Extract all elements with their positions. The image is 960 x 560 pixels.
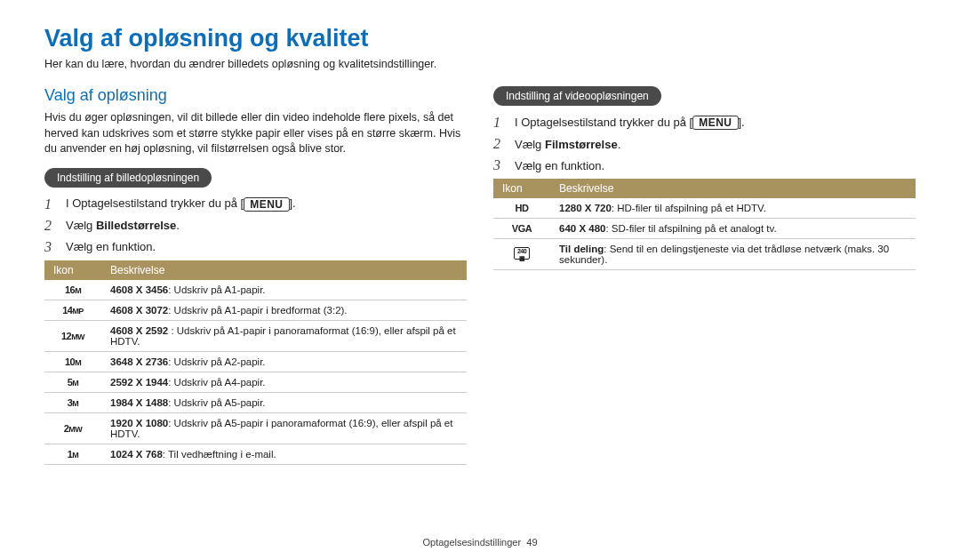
left-step-2: 2 Vælg Billedstørrelse. xyxy=(44,218,467,234)
step-number: 1 xyxy=(493,115,506,131)
res-icon: 10M xyxy=(44,351,101,372)
step-pre: I Optagelsestilstand trykker du på [ xyxy=(515,116,692,129)
photo-resolution-table: Ikon Beskrivelse 16M4608 X 3456: Udskriv… xyxy=(44,260,467,465)
left-step-1: 1 I Optagelsestilstand trykker du på [ME… xyxy=(44,196,467,212)
res-icon: 1M xyxy=(44,444,101,464)
step-number: 3 xyxy=(493,157,506,173)
left-column: Valg af opløsning Hvis du øger opløsning… xyxy=(44,86,467,465)
res-icon: HD xyxy=(493,198,550,219)
res-desc: 1280 X 720: HD-filer til afspilning på e… xyxy=(550,198,916,219)
share-icon: 240▦ xyxy=(514,247,530,260)
res-icon: 3M xyxy=(44,392,101,412)
step-pre: I Optagelsestilstand trykker du på [ xyxy=(66,196,244,210)
left-section-body: Hvis du øger opløsningen, vil dit billed… xyxy=(44,110,467,157)
step-pre: Vælg xyxy=(515,138,545,151)
step-post: . xyxy=(176,219,180,232)
step-bold: Billedstørrelse xyxy=(96,219,176,232)
table-row: 3M1984 X 1488: Udskriv på A5-papir. xyxy=(44,392,467,412)
left-step-3: 3 Vælg en funktion. xyxy=(44,239,467,255)
step-bold: Filmstørrelse xyxy=(545,138,618,151)
table-header-desc: Beskrivelse xyxy=(101,260,467,280)
right-step-1: 1 I Optagelsestilstand trykker du på [ME… xyxy=(493,115,916,131)
res-desc: 1920 X 1080: Udskriv på A5-papir i panor… xyxy=(101,412,467,444)
table-row: 12MW4608 X 2592 : Udskriv på A1-papir i … xyxy=(44,320,467,351)
res-icon: VGA xyxy=(493,219,550,239)
res-icon: 12MW xyxy=(44,320,101,351)
table-header-desc: Beskrivelse xyxy=(550,179,916,198)
page-intro: Her kan du lære, hvordan du ændrer bille… xyxy=(44,58,916,70)
right-column: Indstilling af videoopløsningen 1 I Opta… xyxy=(493,86,916,465)
res-desc: Til deling: Send til en delingstjeneste … xyxy=(550,239,916,270)
step-number: 2 xyxy=(44,218,57,234)
step-number: 3 xyxy=(44,239,57,255)
res-icon: 14MP xyxy=(44,300,101,320)
table-header-icon: Ikon xyxy=(493,179,550,198)
menu-button-icon: MENU xyxy=(692,116,738,130)
left-section-title: Valg af opløsning xyxy=(44,86,467,105)
page-title: Valg af opløsning og kvalitet xyxy=(44,25,916,52)
res-desc: 4608 X 2592 : Udskriv på A1-papir i pano… xyxy=(101,320,467,351)
res-icon: 240▦ xyxy=(493,239,550,270)
table-row: 240▦Til deling: Send til en delingstjene… xyxy=(493,239,916,270)
res-desc: 4608 X 3072: Udskriv på A1-papir i bredf… xyxy=(101,300,467,320)
step-text: Vælg Billedstørrelse. xyxy=(66,219,180,232)
left-pill: Indstilling af billedopløsningen xyxy=(44,168,212,188)
video-resolution-table: Ikon Beskrivelse HD1280 X 720: HD-filer … xyxy=(493,179,916,270)
res-desc: 1024 X 768: Til vedhæftning i e-mail. xyxy=(101,444,467,464)
table-row: 16M4608 X 3456: Udskriv på A1-papir. xyxy=(44,280,467,300)
step-post: . xyxy=(618,138,621,151)
step-text: I Optagelsestilstand trykker du på [MENU… xyxy=(66,196,296,212)
menu-button-icon: MENU xyxy=(244,197,289,212)
page-footer: Optagelsesindstillinger 49 xyxy=(0,537,960,548)
res-desc: 4608 X 3456: Udskriv på A1-papir. xyxy=(101,280,467,300)
step-pre: Vælg xyxy=(66,219,96,232)
step-post: ]. xyxy=(739,116,745,129)
step-number: 1 xyxy=(44,196,57,212)
step-text: Vælg en funktion. xyxy=(515,159,604,172)
right-step-2: 2 Vælg Filmstørrelse. xyxy=(493,136,916,152)
res-desc: 1984 X 1488: Udskriv på A5-papir. xyxy=(101,392,467,412)
content-columns: Valg af opløsning Hvis du øger opløsning… xyxy=(44,86,916,465)
table-row: 14MP4608 X 3072: Udskriv på A1-papir i b… xyxy=(44,300,467,320)
right-step-3: 3 Vælg en funktion. xyxy=(493,157,916,173)
res-icon: 2MW xyxy=(44,412,101,444)
table-header-icon: Ikon xyxy=(44,260,101,280)
table-row: HD1280 X 720: HD-filer til afspilning på… xyxy=(493,198,916,219)
step-text: Vælg en funktion. xyxy=(66,240,156,253)
step-post: ]. xyxy=(290,196,296,210)
step-text: Vælg Filmstørrelse. xyxy=(515,138,620,151)
res-desc: 3648 X 2736: Udskriv på A2-papir. xyxy=(101,351,467,372)
table-row: VGA640 X 480: SD-filer til afspilning på… xyxy=(493,219,916,239)
table-row: 1M1024 X 768: Til vedhæftning i e-mail. xyxy=(44,444,467,464)
footer-section: Optagelsesindstillinger xyxy=(422,537,521,548)
res-icon: 16M xyxy=(44,280,101,300)
step-number: 2 xyxy=(493,136,506,152)
res-desc: 640 X 480: SD-filer til afspilning på et… xyxy=(550,219,916,239)
table-row: 2MW1920 X 1080: Udskriv på A5-papir i pa… xyxy=(44,412,467,444)
table-row: 5M2592 X 1944: Udskriv på A4-papir. xyxy=(44,372,467,392)
step-text: I Optagelsestilstand trykker du på [MENU… xyxy=(515,116,745,131)
res-desc: 2592 X 1944: Udskriv på A4-papir. xyxy=(101,372,467,392)
res-icon: 5M xyxy=(44,372,101,392)
footer-page: 49 xyxy=(526,537,537,548)
right-pill: Indstilling af videoopløsningen xyxy=(493,86,661,106)
table-row: 10M3648 X 2736: Udskriv på A2-papir. xyxy=(44,351,467,372)
